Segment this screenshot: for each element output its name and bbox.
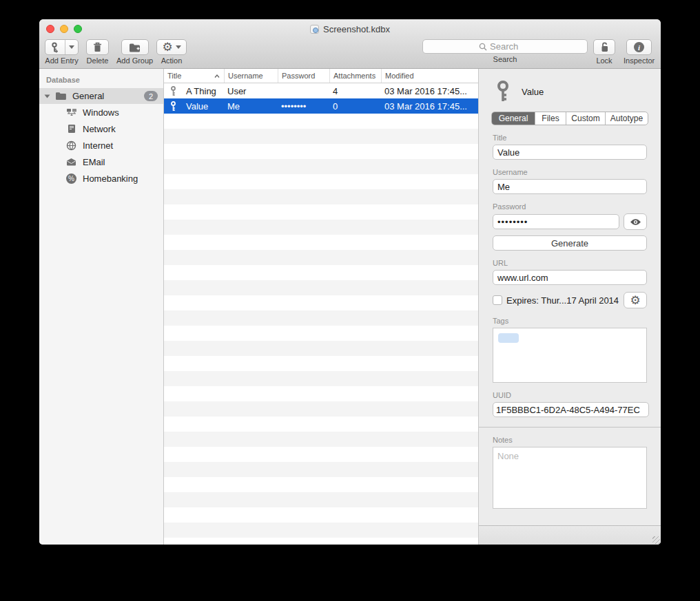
chevron-down-icon bbox=[69, 45, 74, 49]
sidebar-item-network[interactable]: Network bbox=[39, 120, 163, 137]
password-field[interactable] bbox=[493, 214, 619, 229]
delete-button[interactable] bbox=[86, 39, 109, 55]
sidebar-item-label: Homebanking bbox=[83, 173, 138, 184]
title-field-label: Title bbox=[493, 134, 647, 142]
info-icon: i bbox=[634, 42, 644, 52]
sidebar-item-label: EMail bbox=[83, 157, 105, 167]
eye-icon bbox=[630, 218, 641, 226]
folder-icon bbox=[55, 92, 67, 101]
search-icon bbox=[479, 43, 487, 51]
globe-icon bbox=[65, 140, 77, 151]
sidebar-item-internet[interactable]: Internet bbox=[39, 137, 163, 154]
titlebar[interactable]: Screenshot.kdbx bbox=[39, 19, 661, 38]
add-entry-button[interactable] bbox=[45, 39, 79, 55]
inspector-button[interactable]: i bbox=[626, 39, 652, 55]
expires-checkbox[interactable] bbox=[493, 295, 502, 305]
tags-box[interactable] bbox=[493, 328, 647, 383]
sidebar-item-label: Windows bbox=[83, 107, 119, 118]
cell-title: Value bbox=[183, 101, 224, 112]
trash-icon bbox=[93, 42, 102, 52]
delete-label: Delete bbox=[87, 56, 109, 65]
gear-icon: ⚙ bbox=[162, 41, 172, 53]
add-entry-key-icon[interactable] bbox=[45, 40, 65, 54]
lock-label: Lock bbox=[596, 56, 612, 65]
title-field[interactable] bbox=[493, 145, 647, 160]
notes-field[interactable] bbox=[493, 447, 647, 509]
sidebar: Database General 2 Windows Network bbox=[39, 69, 164, 545]
username-field[interactable] bbox=[493, 179, 647, 194]
cell-attachments: 4 bbox=[329, 86, 381, 96]
unlock-icon bbox=[600, 42, 609, 52]
tags-field-label: Tags bbox=[493, 317, 647, 325]
cell-title: A Thing bbox=[183, 86, 224, 96]
entry-table: Title Username Password Attachments Modi… bbox=[164, 69, 479, 545]
percent-coin-icon: % bbox=[65, 173, 77, 184]
column-header-username[interactable]: Username bbox=[224, 69, 278, 83]
envelope-icon bbox=[65, 158, 77, 166]
username-field-label: Username bbox=[493, 168, 647, 176]
inspector-separator bbox=[479, 427, 661, 428]
action-label: Action bbox=[161, 56, 183, 65]
inspector-panel: Value General Files Custom Autotype Titl… bbox=[479, 69, 661, 545]
inspector-tabs: General Files Custom Autotype bbox=[491, 112, 648, 125]
notes-field-label: Notes bbox=[493, 436, 647, 444]
reveal-password-button[interactable] bbox=[624, 213, 647, 230]
table-row[interactable]: A Thing User 4 03 Mar 2016 17:45... bbox=[164, 83, 478, 98]
document-icon bbox=[310, 25, 319, 34]
expires-settings-button[interactable]: ⚙ bbox=[624, 292, 647, 308]
lock-button[interactable] bbox=[593, 39, 615, 55]
column-header-password[interactable]: Password bbox=[278, 69, 329, 83]
expires-label: Expires: Thur...17 April 2014 bbox=[506, 295, 624, 306]
sidebar-item-windows[interactable]: Windows bbox=[39, 104, 163, 120]
app-window: Screenshot.kdbx Add Entry bbox=[39, 19, 661, 545]
sidebar-item-email[interactable]: EMail bbox=[39, 154, 163, 170]
folder-plus-icon bbox=[129, 43, 141, 52]
cell-username: Me bbox=[224, 101, 278, 112]
add-group-button[interactable] bbox=[121, 39, 149, 55]
tab-general[interactable]: General bbox=[492, 112, 535, 125]
table-row-selected[interactable]: Value Me •••••••• 0 03 Mar 2016 17:45... bbox=[164, 98, 478, 114]
sidebar-item-label: General bbox=[72, 91, 104, 101]
search-field[interactable] bbox=[422, 39, 588, 54]
tab-custom[interactable]: Custom bbox=[566, 112, 605, 125]
entry-count-badge: 2 bbox=[144, 91, 158, 101]
column-header-title[interactable]: Title bbox=[164, 69, 224, 83]
sidebar-section-header: Database bbox=[39, 69, 163, 88]
add-entry-dropdown[interactable] bbox=[65, 40, 78, 54]
window-chrome: Screenshot.kdbx Add Entry bbox=[39, 19, 661, 69]
cell-password: •••••••• bbox=[278, 101, 329, 112]
disclosure-triangle-icon[interactable] bbox=[45, 94, 50, 98]
key-icon bbox=[164, 101, 183, 112]
inspector-footer-bar bbox=[479, 525, 661, 545]
url-field-label: URL bbox=[493, 259, 647, 267]
resize-grip[interactable] bbox=[652, 536, 660, 544]
tag-pill[interactable] bbox=[498, 333, 519, 343]
search-input[interactable] bbox=[490, 41, 531, 52]
toolbar: Add Entry Delete Add Group ⚙ bbox=[39, 38, 661, 68]
action-button[interactable]: ⚙ bbox=[156, 39, 187, 55]
window-title: Screenshot.kdbx bbox=[323, 24, 390, 34]
sidebar-item-label: Network bbox=[83, 124, 116, 134]
uuid-field[interactable] bbox=[493, 402, 649, 417]
server-icon bbox=[65, 124, 77, 134]
sidebar-item-general[interactable]: General 2 bbox=[39, 88, 163, 104]
sidebar-item-homebanking[interactable]: % Homebanking bbox=[39, 170, 163, 187]
inspector-label: Inspector bbox=[624, 56, 655, 65]
key-icon bbox=[164, 86, 183, 96]
url-field[interactable] bbox=[493, 270, 647, 285]
cell-username: User bbox=[224, 86, 278, 96]
cell-modified: 03 Mar 2016 17:45... bbox=[381, 101, 478, 112]
gear-icon: ⚙ bbox=[630, 295, 640, 306]
column-header-modified[interactable]: Modified bbox=[381, 69, 478, 83]
column-header-attachments[interactable]: Attachments bbox=[329, 69, 381, 83]
tab-autotype[interactable]: Autotype bbox=[605, 112, 648, 125]
entry-key-icon bbox=[495, 81, 511, 103]
table-empty-area[interactable] bbox=[164, 114, 478, 545]
chevron-down-icon bbox=[176, 45, 181, 49]
cell-attachments: 0 bbox=[329, 101, 381, 112]
windows-network-icon bbox=[65, 108, 77, 117]
sidebar-item-label: Internet bbox=[83, 140, 113, 151]
generate-button[interactable]: Generate bbox=[493, 235, 647, 251]
inspector-entry-title: Value bbox=[522, 87, 544, 97]
tab-files[interactable]: Files bbox=[535, 112, 566, 125]
